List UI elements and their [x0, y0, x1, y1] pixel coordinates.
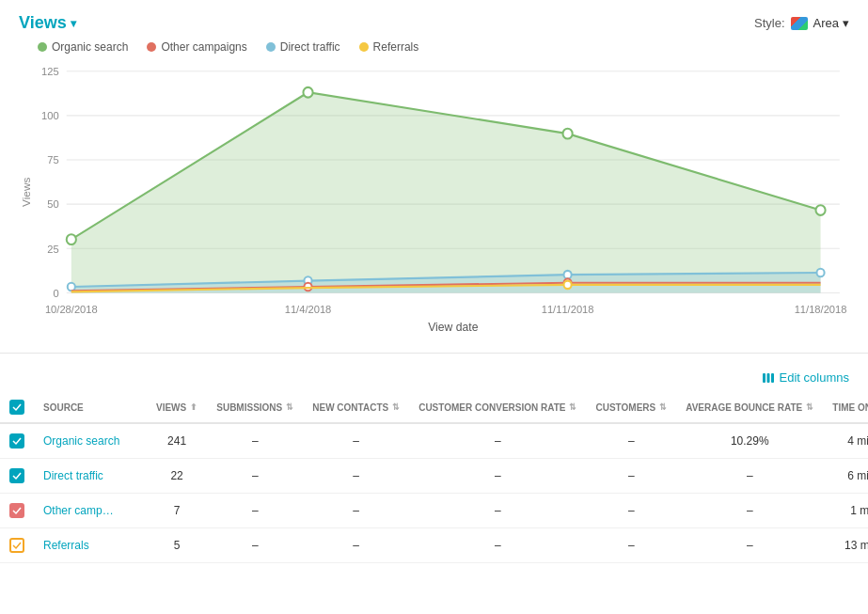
row-time-on-page: 4 minutes [823, 423, 868, 459]
area-caret: ▾ [843, 16, 849, 30]
row-checkbox[interactable] [9, 468, 24, 483]
svg-text:View date: View date [428, 321, 478, 334]
row-checkbox[interactable] [9, 433, 24, 449]
source-link[interactable]: Direct traffic [43, 469, 103, 482]
edit-columns-button[interactable]: Edit columns [762, 370, 849, 385]
svg-point-30 [564, 281, 572, 290]
svg-point-21 [563, 129, 573, 139]
row-checkbox-cell [0, 494, 34, 528]
section-divider [0, 353, 868, 354]
chart-svg: 125 100 75 50 25 0 Views 10/28/2018 11/4… [19, 61, 849, 343]
style-selector: Style: Area ▾ [754, 16, 849, 30]
row-checkbox-cell [0, 459, 34, 494]
submissions-sort-icon: ⇅ [286, 402, 293, 412]
row-bounce-rate: – [676, 528, 823, 563]
row-checkbox-cell [0, 423, 34, 459]
svg-text:Views: Views [21, 177, 32, 206]
row-submissions: – [207, 528, 303, 563]
row-submissions: – [207, 423, 303, 459]
row-conversion-rate: – [409, 528, 586, 563]
svg-text:25: 25 [47, 243, 58, 254]
row-views: 7 [147, 494, 207, 528]
source-link[interactable]: Referrals [43, 539, 89, 552]
row-source: Organic search [34, 423, 147, 459]
row-bounce-rate: – [676, 494, 823, 528]
select-all-checkbox[interactable] [9, 400, 24, 415]
row-time-on-page: 6 minutes [823, 459, 868, 494]
row-time-on-page: 13 minutes [823, 528, 868, 563]
area-style-button[interactable]: Area ▾ [813, 16, 849, 30]
svg-rect-32 [766, 373, 769, 383]
row-views: 5 [147, 528, 207, 563]
table-row: Other camp… 7 – – – – – 1 minute [0, 494, 868, 528]
page-header: Views ▾ Style: Area ▾ [0, 0, 868, 40]
legend-dot-referrals [359, 42, 369, 52]
legend-item-referrals: Referrals [359, 40, 419, 54]
table-header-row: SOURCE VIEWS ⬆ SUBMISSIONS ⇅ NEW CONTACT… [0, 392, 868, 423]
svg-point-24 [68, 283, 75, 291]
source-link[interactable]: Other camp… [43, 504, 114, 517]
svg-marker-18 [71, 92, 821, 292]
row-time-on-page: 1 minute [823, 494, 868, 528]
row-checkbox[interactable] [9, 538, 24, 553]
customers-sort-icon: ⇅ [659, 402, 667, 412]
th-views[interactable]: VIEWS ⬆ [147, 392, 207, 423]
table-row: Organic search 241 – – – – 10.29% 4 minu… [0, 423, 868, 459]
legend-label-other: Other campaigns [161, 40, 246, 54]
legend-dot-organic [38, 42, 47, 52]
th-conversion-rate[interactable]: CUSTOMER CONVERSION RATE ⇅ [409, 392, 586, 423]
table-row: Direct traffic 22 – – – – – 6 minutes [0, 459, 868, 494]
svg-text:10/28/2018: 10/28/2018 [45, 304, 98, 315]
svg-point-22 [815, 205, 825, 215]
views-title-text: Views [19, 13, 67, 33]
edit-columns-icon [762, 371, 775, 385]
svg-text:100: 100 [41, 110, 59, 121]
svg-rect-33 [771, 373, 774, 383]
new-contacts-sort-icon: ⇅ [392, 402, 400, 412]
chart-area: 125 100 75 50 25 0 Views 10/28/2018 11/4… [0, 61, 868, 343]
th-time-on-page[interactable]: TIME ON PAGE ⇅ [823, 392, 868, 423]
source-link[interactable]: Organic search [43, 434, 119, 448]
svg-point-26 [564, 271, 572, 279]
edit-columns-label: Edit columns [780, 370, 849, 385]
legend-dot-direct [266, 42, 276, 52]
row-submissions: – [207, 459, 303, 494]
table-controls: Edit columns [0, 363, 868, 392]
svg-text:0: 0 [53, 287, 58, 298]
row-conversion-rate: – [409, 423, 586, 459]
data-table: SOURCE VIEWS ⬆ SUBMISSIONS ⇅ NEW CONTACT… [0, 392, 868, 563]
views-caret: ▾ [71, 17, 76, 30]
svg-text:11/18/2018: 11/18/2018 [795, 304, 847, 315]
th-new-contacts[interactable]: NEW CONTACTS ⇅ [303, 392, 409, 423]
th-source: SOURCE [34, 392, 147, 423]
legend-item-direct: Direct traffic [266, 40, 340, 54]
svg-text:50: 50 [47, 198, 58, 210]
row-submissions: – [207, 494, 303, 528]
conversion-sort-icon: ⇅ [569, 402, 576, 412]
row-checkbox[interactable] [9, 503, 24, 518]
legend-item-other: Other campaigns [147, 40, 246, 54]
row-customers: – [586, 528, 676, 563]
row-customers: – [586, 423, 676, 459]
svg-text:11/4/2018: 11/4/2018 [285, 304, 332, 315]
row-bounce-rate: – [676, 459, 823, 494]
bounce-sort-icon: ⇅ [806, 402, 813, 412]
row-views: 22 [147, 459, 207, 494]
legend-label-organic: Organic search [52, 40, 128, 54]
area-style-icon [791, 17, 808, 30]
th-submissions[interactable]: SUBMISSIONS ⇅ [207, 392, 303, 423]
row-new-contacts: – [303, 494, 409, 528]
legend-label-referrals: Referrals [373, 40, 419, 54]
svg-point-27 [816, 269, 824, 277]
legend-label-direct: Direct traffic [280, 40, 340, 54]
row-checkbox-cell [0, 528, 34, 563]
area-label: Area [813, 16, 839, 30]
th-customers[interactable]: CUSTOMERS ⇅ [586, 392, 676, 423]
th-bounce-rate[interactable]: AVERAGE BOUNCE RATE ⇅ [676, 392, 823, 423]
row-conversion-rate: – [409, 459, 586, 494]
row-source: Direct traffic [34, 459, 147, 494]
svg-point-20 [303, 87, 312, 98]
row-views: 241 [147, 423, 207, 459]
views-dropdown[interactable]: Views ▾ [19, 13, 76, 33]
legend-item-organic: Organic search [38, 40, 128, 54]
